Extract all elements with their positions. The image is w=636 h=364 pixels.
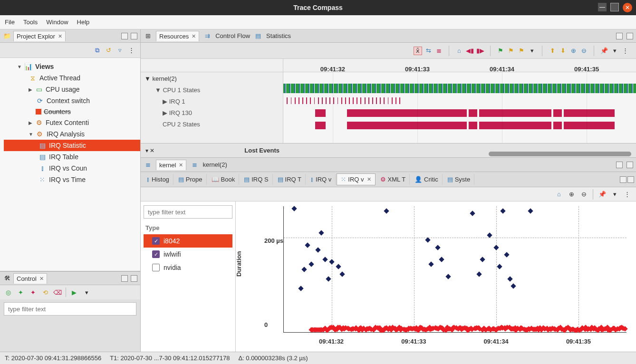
tree-irq-table[interactable]: ▤ IRQ Table xyxy=(4,151,140,163)
maximize-view-icon[interactable] xyxy=(626,33,633,39)
tab-statistics[interactable]: Statistics xyxy=(266,32,291,39)
view-menu-icon[interactable]: ⋮ xyxy=(621,47,629,55)
tab-resources[interactable]: Resources ✕ xyxy=(156,31,199,41)
tree-irq-analysis[interactable]: ⚙ IRQ Analysis xyxy=(4,128,140,140)
gantt-row-cpu2[interactable]: CPU 2 States xyxy=(141,119,283,130)
tab-histog[interactable]: ⫿Histog xyxy=(143,174,173,185)
gantt-row-irq130[interactable]: ▶ IRQ 130 xyxy=(141,107,283,119)
close-button[interactable]: ✕ xyxy=(623,3,632,12)
maximize-view-icon[interactable] xyxy=(627,176,634,183)
scrollbar-horizontal[interactable] xyxy=(489,152,631,156)
dropdown-icon[interactable]: ▾ xyxy=(528,47,536,55)
tree-context-switch[interactable]: ⟳ Context switch xyxy=(4,95,140,106)
checkbox-icon[interactable]: ✓ xyxy=(152,250,160,258)
connect-icon[interactable]: ◎ xyxy=(4,288,12,297)
tab-control-flow[interactable]: Control Flow xyxy=(215,32,250,39)
dropdown-icon[interactable]: ▾ xyxy=(610,190,619,199)
dropdown-icon[interactable]: ▾ xyxy=(82,288,91,297)
minimize-button[interactable]: — xyxy=(598,3,607,11)
next-marker-icon[interactable]: ▮▶ xyxy=(476,47,484,55)
close-icon[interactable]: ▾ ✕ xyxy=(145,147,154,154)
tree-counters[interactable]: Counters xyxy=(4,106,140,117)
link-editor-icon[interactable]: ↺ xyxy=(104,46,113,55)
zoom-in-icon[interactable]: ⊕ xyxy=(569,47,578,55)
resources-gantt[interactable]: ▼ kernel(2) ▼ CPU 1 States ▶ IRQ 1 ▶ IRQ… xyxy=(141,72,636,144)
minimize-view-icon[interactable] xyxy=(616,162,623,168)
gantt-lane-cpu1[interactable] xyxy=(283,84,636,93)
zoom-out-icon[interactable]: ⊖ xyxy=(579,190,588,199)
tree-views-node[interactable]: 📊 Views xyxy=(4,61,140,72)
tree-active-thread[interactable]: ⧖ Active Thread xyxy=(4,72,140,84)
minimize-view-icon[interactable] xyxy=(616,33,623,39)
maximize-button[interactable] xyxy=(610,3,619,11)
project-tree[interactable]: 📊 Views ⧖ Active Thread ▭ CPU usage ⟳ Co… xyxy=(0,58,140,271)
home-icon[interactable]: ⌂ xyxy=(555,190,563,199)
menu-tools[interactable]: Tools xyxy=(23,19,38,26)
maximize-view-icon[interactable] xyxy=(131,275,137,282)
close-icon[interactable]: ✕ xyxy=(39,276,44,282)
close-icon[interactable]: ✕ xyxy=(367,176,371,182)
align-icon[interactable]: ⇆ xyxy=(424,47,433,55)
control-filter-input[interactable] xyxy=(4,302,136,316)
tab-syste[interactable]: ▤Syste xyxy=(443,174,475,185)
gantt-row-irq1[interactable]: ▶ IRQ 1 xyxy=(141,96,283,107)
scatter-chart[interactable]: Duration 200 µs 0 09:41:32 09:41:33 09:4… xyxy=(236,201,636,352)
pin-icon[interactable]: 📌 xyxy=(600,47,608,55)
tab-kernel[interactable]: kernel ✕ xyxy=(156,160,186,170)
checkbox-icon[interactable]: ✓ xyxy=(152,237,160,245)
tab-project-explorer[interactable]: Project Explor ✕ xyxy=(13,31,66,41)
type-item-nvidia[interactable]: nvidia xyxy=(144,261,232,274)
tab-irqs[interactable]: ▤IRQ S xyxy=(240,174,272,185)
arrow-up-icon[interactable]: ⬆ xyxy=(548,47,557,55)
next-bookmark-icon[interactable]: ⚑ xyxy=(517,47,526,55)
gantt-row-kernel[interactable]: ▼ kernel(2) xyxy=(141,73,283,85)
tab-critic[interactable]: 👤Critic xyxy=(411,174,443,185)
type-filter-input[interactable] xyxy=(144,205,232,219)
menu-help[interactable]: Help xyxy=(77,19,90,26)
tab-irqt[interactable]: ▤IRQ T xyxy=(274,174,306,185)
tree-futex[interactable]: ⚙ Futex Contenti xyxy=(4,117,140,128)
arrow-down-icon[interactable]: ⬇ xyxy=(559,47,567,55)
tab-control[interactable]: Control ✕ xyxy=(13,273,47,284)
close-icon[interactable]: ✕ xyxy=(58,33,62,39)
tab-irqv2[interactable]: ⁙IRQ v ✕ xyxy=(337,173,375,185)
zoom-out-icon[interactable]: ⊖ xyxy=(579,47,588,55)
filter-icon[interactable]: ▿ xyxy=(116,46,124,55)
home-icon[interactable]: ⌂ xyxy=(455,47,463,55)
view-menu-icon[interactable]: ⋮ xyxy=(127,46,135,55)
menu-window[interactable]: Window xyxy=(46,19,68,26)
new-session-icon[interactable]: ✦ xyxy=(16,288,25,297)
maximize-view-icon[interactable] xyxy=(131,33,137,39)
type-item-iwlwifi[interactable]: ✓ iwlwifi xyxy=(144,248,232,261)
pin-icon[interactable]: 📌 xyxy=(598,190,607,199)
dropdown-icon[interactable]: ▾ xyxy=(610,47,619,55)
legend-icon[interactable]: ≣ xyxy=(434,47,443,55)
gantt-row-cpu1[interactable]: ▼ CPU 1 States xyxy=(141,85,283,96)
tab-xmlt[interactable]: ⚙XML T xyxy=(376,174,410,185)
checkbox-icon[interactable] xyxy=(152,264,160,271)
view-menu-icon[interactable]: ⋮ xyxy=(623,190,631,199)
chevron-right-icon[interactable] xyxy=(29,87,32,92)
minimize-view-icon[interactable] xyxy=(121,275,128,282)
disconnect-icon[interactable]: ✦ xyxy=(29,288,37,297)
prev-marker-icon[interactable]: ◀▮ xyxy=(465,47,474,55)
tree-irq-vs-count[interactable]: ⫿ IRQ vs Coun xyxy=(4,163,140,174)
refresh-icon[interactable]: ⟲ xyxy=(41,288,49,297)
gantt-lane-cpu2[interactable] xyxy=(283,121,636,130)
tab-kernel2[interactable]: kernel(2) xyxy=(202,161,227,168)
gantt-lane-irq1[interactable] xyxy=(283,96,636,105)
close-icon[interactable]: ✕ xyxy=(192,33,196,39)
tab-irqv1[interactable]: ⫿IRQ v xyxy=(307,174,336,185)
tab-prope[interactable]: ▤Prope xyxy=(174,174,207,185)
tree-irq-vs-time[interactable]: ⁙ IRQ vs Time xyxy=(4,174,140,185)
tree-irq-statistic[interactable]: ▤ IRQ Statistic xyxy=(4,140,140,151)
chevron-down-icon[interactable] xyxy=(29,132,33,137)
collapse-all-icon[interactable]: ⧉ xyxy=(93,46,101,55)
minimize-view-icon[interactable] xyxy=(620,176,626,183)
tree-cpu-usage[interactable]: ▭ CPU usage xyxy=(4,84,140,95)
chevron-right-icon[interactable] xyxy=(29,120,32,125)
hide-empty-icon[interactable]: x̄ xyxy=(414,47,422,55)
delete-icon[interactable]: ⌫ xyxy=(53,288,62,297)
menu-file[interactable]: File xyxy=(5,19,15,26)
add-bookmark-icon[interactable]: ⚑ xyxy=(496,47,505,55)
